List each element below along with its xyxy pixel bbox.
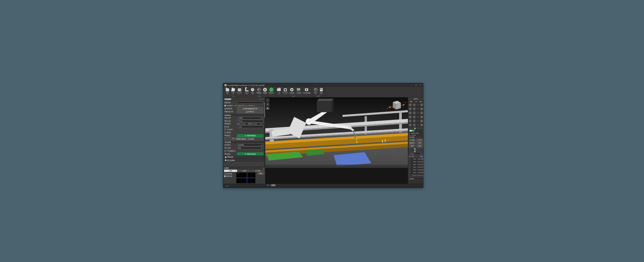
ribbon-item[interactable]: 诊断	[319, 87, 324, 95]
ribbon-item[interactable]: 焊缝循迹	[256, 87, 262, 95]
ribbon-item[interactable]: 工艺参数	[296, 87, 302, 95]
stop-button[interactable]: 停止	[416, 139, 423, 141]
jog-minus-button[interactable]	[413, 120, 416, 122]
jog-plus-button[interactable]	[409, 103, 412, 106]
jog-plus-button[interactable]	[409, 120, 412, 122]
positioner-params-collapsed-section[interactable]: 变位机参数	[224, 159, 264, 162]
jog-plus-button[interactable]	[420, 116, 423, 118]
ribbon-item[interactable]: 工具	[276, 87, 282, 95]
jog-plus-button[interactable]	[420, 124, 423, 126]
tilt-angle-input[interactable]: -0.00°	[237, 126, 263, 128]
show-find-checkbox[interactable]	[224, 173, 226, 175]
slider-thumb[interactable]	[414, 150, 416, 152]
update-locate-pose-button[interactable]: ↻更新寻位姿态	[237, 152, 263, 155]
table-row[interactable]: J1 0.000 ° 0.000 RPM	[409, 158, 423, 161]
jog-plus-button[interactable]	[409, 112, 412, 114]
coord-tab-joint[interactable]: 关节	[410, 101, 413, 102]
frame-rate-checkbox[interactable]	[224, 175, 226, 177]
tab-3d-view[interactable]: 3D-视图	[251, 170, 264, 172]
home-button[interactable]: 回零	[409, 145, 416, 147]
expand-icon[interactable]: ◰	[263, 167, 264, 169]
seam-reverse-button[interactable]: ⇄焊缝反向	[237, 111, 263, 113]
table-row[interactable]: J3 0.000 ° 0.000 RPM	[409, 163, 423, 166]
table-row[interactable]: J6 0.000 ° 0.000 RPM	[409, 171, 423, 174]
jog-plus-button[interactable]	[420, 112, 423, 114]
weld-position-select[interactable]: 平焊缝	[237, 117, 263, 119]
ribbon-item[interactable]: 打开	[230, 87, 236, 95]
auto-pick-seam-button[interactable]: 自动拾取装配特征焊缝	[237, 107, 263, 110]
jog-plus-button[interactable]	[409, 107, 412, 110]
ribbon-item[interactable]: 新建	[225, 87, 230, 95]
pan-tool-button[interactable]: +	[266, 98, 269, 102]
horizontal-scrollbar[interactable]	[409, 178, 423, 179]
seam-use-checkbox[interactable]	[224, 105, 226, 106]
viewport-3d[interactable]: + ● ▣	[265, 97, 408, 167]
start-input[interactable]: 0 mm	[241, 123, 248, 125]
ribbon-item[interactable]: 模拟	[250, 87, 255, 95]
ribbon-item[interactable]: 全局参数	[289, 87, 295, 95]
jog-minus-button[interactable]	[413, 112, 416, 114]
jog-minus-button[interactable]	[413, 124, 416, 126]
jog-minus-button[interactable]	[413, 116, 416, 118]
locate-mode-select[interactable]: 起始寻位	[237, 144, 263, 146]
update-weld-pose-button[interactable]: ↻更新焊接姿态	[237, 134, 263, 137]
maximize-button[interactable]: ▢	[415, 84, 418, 87]
minimize-button[interactable]: –	[410, 84, 413, 87]
close-icon[interactable]: ×	[260, 98, 261, 100]
jog-plus-button[interactable]	[409, 116, 412, 118]
speed-slider[interactable]	[409, 128, 423, 129]
titlebar[interactable]: CypWeldDemo Model (7.0.110.6) suKZW – ▢ …	[223, 83, 423, 87]
tab-raw-image[interactable]: 原图	[224, 170, 237, 172]
manual-locate-checkbox[interactable]	[224, 150, 226, 152]
aux-slider-2[interactable]	[409, 150, 423, 151]
jog-minus-button[interactable]	[413, 103, 416, 106]
table-row[interactable]: J2 0.000 ° 0.000 RPM	[409, 161, 423, 163]
ribbon-item[interactable]: 机器人	[244, 87, 250, 95]
ribbon-item[interactable]: 焊缝图	[262, 87, 268, 95]
ribbon-item[interactable]: 电机调整参数	[302, 87, 311, 95]
ribbon-item[interactable]: PLC过程	[282, 87, 288, 95]
onekey-update-button[interactable]: ↻一键更新焊接姿态（飞行仿真）	[224, 137, 263, 140]
camera-preview[interactable]: 0×0	[236, 172, 256, 183]
camera-tool-button[interactable]: ▣	[266, 106, 269, 110]
scrollbar-thumb[interactable]	[409, 178, 414, 179]
start-button[interactable]: 启动	[409, 139, 416, 141]
vertical-scrollbar[interactable]	[264, 101, 265, 167]
jog-plus-button[interactable]	[420, 107, 423, 110]
step-select[interactable]: 10mm	[409, 152, 423, 155]
jog-plus-button[interactable]	[420, 120, 423, 122]
ribbon-item[interactable]: 焊接状态	[268, 87, 274, 95]
table-row[interactable]: J5 0.000 ° 0.000 RPM	[409, 169, 423, 171]
nas-button[interactable]: NAS	[416, 145, 423, 147]
slider-thumb[interactable]	[414, 128, 416, 129]
end-input[interactable]: 0 mm	[253, 123, 260, 125]
seam-name-input[interactable]	[237, 101, 263, 104]
coord-tab-tool[interactable]: 工具	[415, 101, 417, 102]
table-row[interactable]: J4 0.000 ° 0.000 RPM	[409, 166, 423, 169]
restrike-checkbox[interactable]	[224, 129, 226, 130]
jog-plus-button[interactable]	[420, 103, 423, 106]
view-button[interactable]: 查看	[258, 172, 264, 175]
log-panel[interactable]: ⋯	[265, 167, 408, 184]
coord-tab-base[interactable]: 基座	[419, 101, 422, 102]
tab-log[interactable]: 日志	[267, 184, 270, 186]
tab-simulation[interactable]: 仿真	[271, 184, 276, 186]
locate-link-select[interactable]: 固定	[237, 147, 263, 149]
table-row[interactable]: X 0.000 mm 0.000 mm/s	[409, 174, 423, 177]
ribbon-item[interactable]: 帮助	[313, 87, 318, 95]
jog-run-button[interactable]: 点动运行	[409, 142, 416, 144]
scrollbar-thumb[interactable]	[264, 102, 265, 118]
jog-plus-button[interactable]	[409, 124, 412, 126]
zoom-tool-button[interactable]: ●	[266, 102, 269, 106]
enable-toggle[interactable]	[409, 130, 415, 132]
close-button[interactable]: ×	[419, 84, 422, 87]
wire-length-input[interactable]: 25 mm	[237, 120, 263, 122]
jog-minus-button[interactable]	[413, 107, 416, 110]
torch-params-collapsed-section[interactable]: 焊枪参数	[224, 156, 264, 159]
confirm-check-icon[interactable]: ✓	[262, 98, 264, 100]
tab-processed-image[interactable]: 处理图	[237, 170, 251, 172]
slider-thumb[interactable]	[414, 148, 416, 150]
arcbreak-checkbox[interactable]	[224, 132, 226, 133]
enable-button[interactable]: 使能	[416, 142, 423, 144]
ribbon-item[interactable]: 导入工件	[236, 87, 243, 95]
